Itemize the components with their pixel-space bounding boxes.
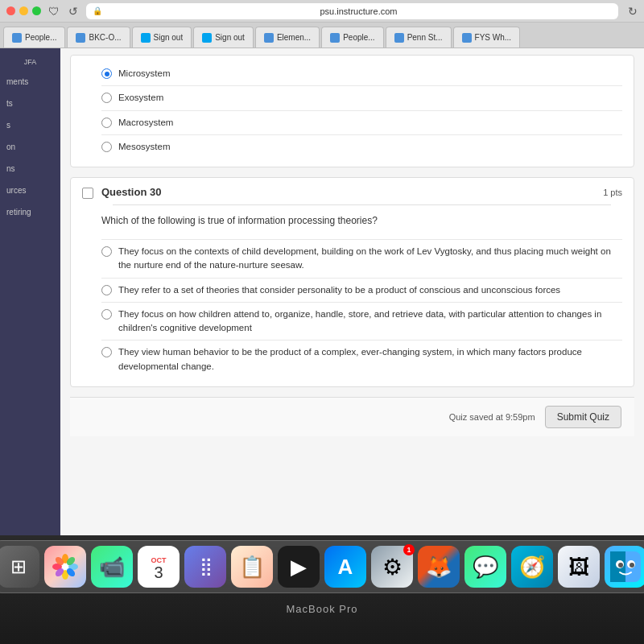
shield-icon: 🛡	[47, 5, 60, 18]
question-checkbox[interactable]	[82, 188, 93, 199]
answer-text-exosystem: Exosystem	[118, 91, 163, 105]
dock-icon-facetime[interactable]: 📹	[91, 546, 133, 588]
answer-option-mesosystem[interactable]: Mesosystem	[101, 134, 622, 159]
tab-people1[interactable]: People...	[3, 27, 65, 47]
dock-icon-settings[interactable]: ⚙ 1	[371, 546, 413, 588]
page-content: JFA ments ts s on ns urces retiring Micr…	[0, 48, 644, 535]
dock-icon-appstore[interactable]: A	[324, 546, 366, 588]
dock-icon-launchpad[interactable]: ⊞	[0, 546, 39, 588]
dock-icon-safari[interactable]: 🧭	[511, 546, 553, 588]
dock-icon-messages[interactable]: 💬	[464, 546, 506, 588]
tab-favicon	[462, 33, 472, 43]
answer-option-exosystem[interactable]: Exosystem	[101, 85, 622, 109]
close-button[interactable]	[6, 6, 15, 15]
tab-people2[interactable]: People...	[321, 27, 383, 47]
dock-icon-notes[interactable]: 📋	[231, 546, 273, 588]
address-text: psu.instructure.com	[105, 6, 612, 16]
question-30-card: Question 30 1 pts Which of the following…	[70, 177, 634, 387]
answer-option-macrosystem[interactable]: Macrosystem	[101, 110, 622, 134]
svg-point-14	[630, 563, 634, 568]
tab-element[interactable]: Elemen...	[255, 27, 320, 47]
tab-favicon-ms	[141, 33, 151, 43]
tab-pennst[interactable]: Penn St...	[386, 27, 452, 47]
radio-option-2[interactable]	[101, 285, 112, 295]
radio-mesosystem[interactable]	[101, 142, 112, 152]
answer-option-4[interactable]: They view human behavior to be the produ…	[101, 340, 622, 378]
tab-fys[interactable]: FYS Wh...	[453, 27, 521, 47]
radio-option-1[interactable]	[101, 246, 112, 257]
answer-text-3: They focus on how children attend to, or…	[118, 308, 622, 336]
tab-label: BKC-O...	[89, 33, 121, 42]
question-text: Which of the following is true of inform…	[101, 213, 622, 228]
tab-label: Penn St...	[407, 33, 443, 42]
answer-option-3[interactable]: They focus on how children attend to, or…	[101, 302, 622, 341]
dock-icon-photos[interactable]	[44, 546, 86, 588]
back-icon[interactable]: ↺	[67, 5, 80, 18]
sidebar-item-urces[interactable]: urces	[0, 181, 60, 200]
answer-text-mesosystem: Mesosystem	[118, 140, 171, 154]
tab-label: People...	[343, 33, 374, 42]
tab-label: Elemen...	[277, 33, 311, 42]
answer-text-1: They focus on the contexts of child deve…	[118, 245, 622, 273]
sidebar-item-ts[interactable]: ts	[0, 94, 60, 113]
browser-titlebar: 🛡 ↺ 🔒 psu.instructure.com ↻	[0, 0, 644, 23]
prev-answers: Microsystem Exosystem Macrosystem	[71, 56, 634, 167]
tab-bkc[interactable]: BKC-O...	[67, 27, 130, 47]
maximize-button[interactable]	[32, 6, 41, 15]
minimize-button[interactable]	[19, 6, 28, 15]
submit-quiz-button[interactable]: Submit Quiz	[545, 406, 621, 428]
quiz-saved-text: Quiz saved at 9:59pm	[449, 412, 535, 422]
radio-macrosystem[interactable]	[101, 118, 112, 128]
tab-signout1[interactable]: Sign out	[132, 27, 192, 47]
svg-point-13	[618, 563, 623, 568]
answer-text-macrosystem: Macrosystem	[118, 116, 173, 130]
sidebar-item-on[interactable]: on	[0, 138, 60, 156]
tab-label: People...	[25, 33, 56, 42]
tab-label: Sign out	[154, 33, 184, 42]
tab-favicon	[264, 33, 274, 43]
tab-favicon	[76, 33, 85, 43]
sidebar-item-ns[interactable]: ns	[0, 159, 60, 178]
tab-favicon	[394, 33, 404, 43]
answer-text-4: They view human behavior to be the produ…	[118, 345, 622, 374]
radio-exosystem[interactable]	[101, 93, 112, 103]
radio-option-4[interactable]	[101, 347, 112, 357]
dock-icon-preview[interactable]: 🖼	[558, 546, 600, 588]
answer-option-microsystem[interactable]: Microsystem	[101, 62, 622, 85]
address-bar[interactable]: 🔒 psu.instructure.com	[86, 3, 618, 19]
refresh-icon[interactable]: ↻	[628, 5, 638, 18]
answer-text-2: They refer to a set of theories that con…	[118, 283, 560, 297]
question-info: Question 30 1 pts Which of the following…	[101, 186, 622, 378]
question-points: 1 pts	[603, 188, 622, 197]
radio-microsystem[interactable]	[101, 68, 112, 79]
tab-label: FYS Wh...	[475, 33, 512, 42]
prev-question-card: Microsystem Exosystem Macrosystem	[70, 55, 634, 167]
settings-badge: 1	[403, 544, 415, 555]
tab-signout2[interactable]: Sign out	[193, 27, 254, 47]
dock-icon-appletv[interactable]: ▶	[278, 546, 320, 588]
answer-text-microsystem: Microsystem	[118, 67, 171, 80]
tab-favicon-ms2	[202, 33, 212, 43]
answer-option-2[interactable]: They refer to a set of theories that con…	[101, 278, 622, 302]
quiz-footer: Quiz saved at 9:59pm Submit Quiz	[70, 397, 634, 436]
sidebar-item-retiring[interactable]: retiring	[0, 203, 60, 221]
sidebar-item-s[interactable]: s	[0, 116, 60, 134]
dock: ⊞ 📹	[0, 540, 644, 593]
dock-icon-firefox[interactable]: 🦊	[418, 546, 460, 588]
question-30-header: Question 30 1 pts Which of the following…	[71, 178, 634, 386]
traffic-lights	[6, 6, 41, 15]
answer-option-1[interactable]: They focus on the contexts of child deve…	[101, 239, 622, 278]
sidebar: JFA ments ts s on ns urces retiring	[0, 48, 60, 535]
calendar-date: OCT 3	[151, 554, 167, 580]
dock-icon-launchpad2[interactable]: ⣿	[184, 546, 226, 588]
question-divider	[113, 204, 611, 205]
radio-option-3[interactable]	[101, 309, 112, 320]
dock-icon-calendar[interactable]: OCT 3	[138, 546, 180, 588]
sidebar-item-ments[interactable]: ments	[0, 72, 60, 91]
tab-favicon	[330, 33, 340, 43]
question-header: Question 30 1 pts	[101, 186, 622, 198]
browser-frame: 🛡 ↺ 🔒 psu.instructure.com ↻ People... BK…	[0, 0, 644, 644]
tab-favicon	[12, 33, 22, 43]
mac-dock-area: ⊞ 📹	[0, 535, 644, 644]
dock-icon-finder[interactable]	[605, 546, 644, 588]
